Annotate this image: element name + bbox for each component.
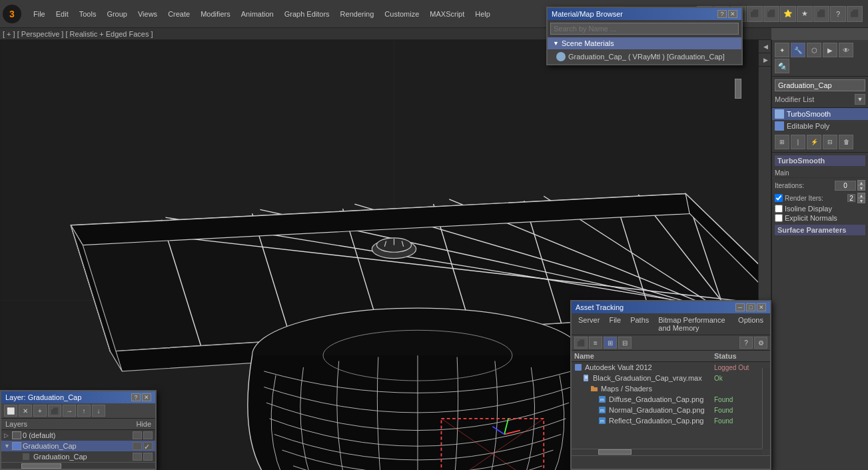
asset-name-4: Normal_Graduation_Cap.png	[609, 406, 711, 414]
menu-file[interactable]: File	[28, 9, 51, 19]
layer-tb-add[interactable]: +	[33, 405, 47, 417]
layer-vis-graduation-child[interactable]	[133, 453, 142, 461]
explicit-normals-checkbox[interactable]	[775, 214, 783, 222]
isoline-checkbox[interactable]	[775, 205, 783, 213]
tb-btn-5[interactable]: ⬛	[763, 6, 779, 22]
layer-tb-select[interactable]: ⬛	[48, 405, 61, 417]
asset-row-4[interactable]: m Normal_Graduation_Cap.png Found	[572, 405, 770, 415]
layer-render-default[interactable]	[143, 431, 153, 439]
asset-restore-btn[interactable]: □	[746, 303, 755, 311]
mat-search-input[interactable]	[550, 23, 739, 35]
render-iters-spin-down[interactable]: ▼	[857, 198, 865, 203]
menu-edit[interactable]: Edit	[51, 9, 74, 19]
mod-nav-down[interactable]: ⊟	[823, 135, 837, 149]
asset-tb-grid[interactable]: ⊞	[604, 337, 617, 349]
right-icon-1[interactable]: ◀	[759, 40, 772, 53]
mod-nav-channel[interactable]: ⚡	[807, 135, 821, 149]
mat-item-graduation-cap[interactable]: Graduation_Cap_ ( VRayMtl ) [Graduation_…	[548, 49, 741, 64]
asset-tb-settings[interactable]: ⚙	[754, 337, 767, 349]
asset-row-3[interactable]: m Diffuse_Graduation_Cap.png Found	[572, 394, 770, 405]
menu-customize[interactable]: Customize	[379, 9, 424, 19]
modifier-item-editablepoly[interactable]: Editable Poly	[772, 120, 868, 132]
mod-nav-up[interactable]: |	[791, 135, 805, 149]
cmd-utilities-icon[interactable]: 🔩	[775, 59, 789, 73]
asset-close-btn[interactable]: ✕	[757, 303, 766, 311]
asset-menu-paths[interactable]: Paths	[626, 315, 653, 333]
mod-nav-top[interactable]: ⊞	[775, 135, 789, 149]
mod-nav-bin[interactable]: 🗑	[839, 135, 853, 149]
asset-status-5: Found	[714, 417, 767, 425]
layer-tb-new[interactable]: ⬜	[4, 405, 17, 417]
menu-maxscript[interactable]: MAXScript	[424, 9, 470, 19]
layer-render-graduation[interactable]: ✓	[143, 442, 153, 450]
asset-menu-options[interactable]: Options	[734, 315, 767, 333]
asset-menu-bitmap[interactable]: Bitmap Performance and Memory	[654, 315, 733, 333]
render-iters-checkbox[interactable]	[775, 194, 783, 202]
menu-animation[interactable]: Animation	[236, 9, 279, 19]
layer-tb-delete[interactable]: ✕	[19, 405, 32, 417]
iterations-input[interactable]	[835, 181, 856, 191]
expand-icon-default: ▷	[4, 432, 11, 439]
layer-scrollbar-h[interactable]	[1, 462, 155, 469]
asset-row-2[interactable]: Maps / Shaders	[572, 383, 770, 394]
layer-name-graduation-child: Graduation_Cap	[33, 453, 131, 461]
menu-help[interactable]: Help	[470, 9, 496, 19]
scene-materials-header[interactable]: Scene Materials	[548, 37, 741, 49]
menu-create[interactable]: Create	[163, 9, 195, 19]
asset-scroll-thumb-h[interactable]	[598, 449, 632, 455]
layer-scroll-thumb[interactable]	[21, 463, 61, 469]
modifier-list-dropdown[interactable]: ▼	[855, 94, 865, 105]
layer-help-btn[interactable]: ?	[131, 393, 141, 401]
asset-scrollbar-h[interactable]	[572, 449, 762, 455]
tb-btn-7[interactable]: ★	[797, 6, 813, 22]
tb-btn-6[interactable]: ⭐	[780, 6, 796, 22]
cmd-hierarchy-icon[interactable]: ⬡	[807, 43, 821, 57]
tb-btn-8[interactable]: ⬛	[813, 6, 829, 22]
iterations-spin-up[interactable]: ▲	[857, 180, 865, 185]
tb-btn-9[interactable]: ?	[830, 6, 846, 22]
asset-tb-help[interactable]: ?	[739, 337, 753, 349]
menu-group[interactable]: Group	[101, 9, 133, 19]
menu-rendering[interactable]: Rendering	[335, 9, 380, 19]
asset-minimize-btn[interactable]: ─	[735, 303, 745, 311]
asset-scrollbar-v[interactable]	[762, 368, 770, 449]
menu-modifiers[interactable]: Modifiers	[195, 9, 236, 19]
layer-close-btn[interactable]: ✕	[142, 393, 151, 401]
layer-tb-down[interactable]: ↓	[92, 405, 105, 417]
cmd-display-icon[interactable]: 👁	[839, 43, 853, 57]
layer-tb-up[interactable]: ↑	[77, 405, 91, 417]
layer-render-graduation-child[interactable]	[143, 453, 153, 461]
asset-menu-server[interactable]: Server	[574, 315, 604, 333]
asset-row-1[interactable]: Black_Graduation_Cap_vray.max Ok	[572, 373, 770, 383]
object-name-input[interactable]	[775, 79, 865, 91]
asset-row-5[interactable]: m Reflect_Graduation_Cap.png Found	[572, 415, 770, 426]
tb-btn-10[interactable]: ⬛	[847, 6, 863, 22]
asset-menu-file[interactable]: File	[605, 315, 625, 333]
layer-vis-default[interactable]	[133, 431, 142, 439]
menu-graph-editors[interactable]: Graph Editors	[279, 9, 335, 19]
layer-header-layers: Layers	[5, 420, 27, 428]
cmd-motion-icon[interactable]: ▶	[823, 43, 837, 57]
asset-tb-detail[interactable]: ⊟	[618, 337, 632, 349]
asset-tb-list[interactable]: ≡	[589, 337, 602, 349]
layer-tb-move[interactable]: →	[63, 405, 76, 417]
cmd-modify-icon active[interactable]: 🔧	[791, 43, 805, 57]
asset-row-0[interactable]: Autodesk Vault 2012 Logged Out	[572, 362, 770, 373]
menu-views[interactable]: Views	[133, 9, 163, 19]
mat-scroll-thumb[interactable]	[735, 79, 741, 99]
render-iters-spin-up[interactable]: ▲	[857, 193, 865, 198]
tb-btn-4[interactable]: ⬛	[747, 6, 763, 22]
mat-browser-close-btn[interactable]: ✕	[728, 10, 737, 18]
mat-browser-help-btn[interactable]: ?	[717, 10, 727, 18]
right-icon-2[interactable]: ▶	[759, 53, 772, 67]
cmd-create-icon[interactable]: ✦	[775, 43, 789, 57]
render-iters-input[interactable]	[847, 194, 855, 202]
iterations-spin-down[interactable]: ▼	[857, 185, 865, 191]
layer-row-graduation-child[interactable]: Graduation_Cap	[1, 451, 155, 462]
asset-tb-vault[interactable]: ⬛	[574, 337, 588, 349]
layer-row-graduation[interactable]: ▼ Graduation_Cap ✓	[1, 441, 155, 451]
menu-tools[interactable]: Tools	[74, 9, 102, 19]
layer-vis-graduation[interactable]	[133, 442, 142, 450]
modifier-item-turbosmooth[interactable]: TurboSmooth	[772, 108, 868, 120]
layer-row-default[interactable]: ▷ 0 (default)	[1, 430, 155, 441]
